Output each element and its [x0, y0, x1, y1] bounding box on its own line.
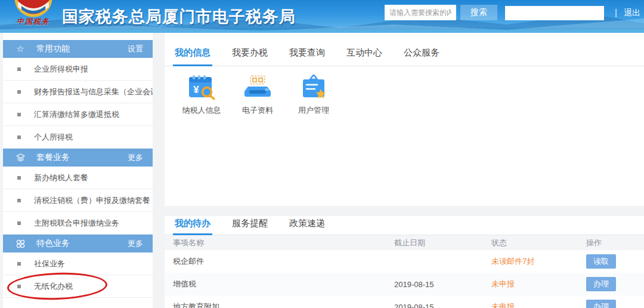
logout-link[interactable]: 退出 — [624, 8, 640, 19]
bullet-icon — [17, 199, 21, 202]
table-row: 地方教育附加 2019-08-15 未申报 办理 — [165, 295, 644, 308]
shortcut-user-management[interactable]: 用户管理 — [291, 75, 336, 116]
section-title: 常用功能 — [36, 44, 70, 54]
table-row: 税企邮件 未读邮件7封 读取 — [165, 250, 644, 273]
sidebar-section-common-functions: ☆ 常用功能 设置 — [3, 40, 153, 58]
more-link[interactable]: 更多 — [128, 152, 143, 163]
bullet-icon — [17, 113, 21, 116]
tab-public-service[interactable]: 公众服务 — [402, 47, 441, 66]
sidebar-item-financial-report[interactable]: 财务报告报送与信息采集（企业会计制度） — [3, 81, 153, 103]
sidebar-section-package-business: 套餐业务 更多 — [3, 149, 153, 167]
todo-item-deadline: 2019-08-15 — [394, 303, 491, 308]
bullet-icon — [17, 262, 21, 266]
shortcut-e-documents[interactable]: 电子资料 — [235, 75, 280, 116]
shortcut-label: 用户管理 — [298, 105, 329, 116]
taxpayer-info-icon: ¥ — [187, 75, 216, 100]
search-input[interactable] — [385, 5, 456, 20]
col-header-action: 操作 — [586, 238, 644, 248]
top-banner: 中国税务 国家税务总局厦门市电子税务局 搜索 | 退出 — [0, 0, 644, 33]
todo-item-name: 增值税 — [165, 279, 394, 289]
tab-policy-express[interactable]: 政策速递 — [287, 218, 327, 235]
bullet-icon — [17, 135, 21, 139]
tax-bureau-logo: 中国税务 — [8, 0, 58, 33]
sidebar-item-personal-income-tax[interactable]: 个人所得税 — [3, 126, 153, 149]
shortcut-row: ¥ 纳税人信息 电子资料 — [165, 66, 644, 116]
tab-my-info[interactable]: 我的信息 — [173, 47, 212, 66]
read-button[interactable]: 读取 — [586, 254, 616, 269]
my-info-panel: 我的信息 我要办税 我要查询 互动中心 公众服务 ¥ 纳税人信息 — [165, 40, 644, 206]
bullet-icon — [17, 176, 21, 180]
main-tabs: 我的信息 我要办税 我要查询 互动中心 公众服务 — [165, 40, 644, 66]
col-header-item-name: 事项名称 — [165, 238, 394, 248]
table-header-row: 事项名称 截止日期 状态 操作 — [165, 235, 644, 250]
sidebar-item-social-security[interactable]: 社保业务 — [3, 252, 153, 275]
tab-query[interactable]: 我要查询 — [287, 47, 327, 66]
sidebar-item-paperless-tax[interactable]: 无纸化办税 — [3, 275, 153, 298]
shortcut-taxpayer-info[interactable]: ¥ 纳税人信息 — [179, 75, 224, 116]
sidebar-item-tax-clearance-package[interactable]: 清税注销税（费）申报及缴纳套餐 — [3, 189, 153, 212]
tab-my-todo[interactable]: 我的待办 — [173, 218, 212, 235]
section-title: 套餐业务 — [36, 152, 70, 163]
sidebar-main-gutter — [153, 33, 165, 308]
sidebar-item-corporate-income-tax[interactable]: 企业所得税申报 — [3, 58, 153, 81]
site-title: 国家税务总局厦门市电子税务局 — [62, 6, 296, 27]
col-header-status: 状态 — [491, 238, 586, 248]
todo-panel: 我的待办 服务提醒 政策速递 事项名称 截止日期 状态 操作 税企邮件 未读邮件… — [165, 216, 644, 308]
shortcut-label: 纳税人信息 — [182, 105, 221, 116]
bullet-icon — [17, 285, 21, 288]
user-management-icon — [299, 75, 328, 100]
sidebar-item-partial — [3, 298, 153, 308]
tab-interaction-center[interactable]: 互动中心 — [345, 47, 384, 66]
logo-caption: 中国税务 — [12, 17, 55, 27]
settings-link[interactable]: 设置 — [128, 44, 143, 54]
header-divider: | — [615, 7, 617, 17]
page: 中国税务 国家税务总局厦门市电子税务局 搜索 | 退出 ☆ 常用功能 设置 企业… — [0, 0, 644, 308]
star-icon: ☆ — [15, 44, 26, 54]
more-link[interactable]: 更多 — [128, 238, 143, 249]
table-row: 增值税 2019-08-15 未申报 办理 — [165, 273, 644, 295]
tab-handle-tax[interactable]: 我要办税 — [230, 47, 270, 66]
username-display — [505, 6, 604, 20]
svg-text:¥: ¥ — [193, 84, 199, 96]
todo-item-deadline: 2019-08-15 — [394, 280, 491, 289]
sidebar: ☆ 常用功能 设置 企业所得税申报 财务报告报送与信息采集（企业会计制度） 汇算… — [3, 40, 153, 308]
bullet-icon — [17, 90, 21, 94]
sidebar-section-featured-business: 特色业务 更多 — [3, 235, 153, 252]
todo-item-name: 税企邮件 — [165, 256, 394, 267]
todo-item-status: 未申报 — [491, 279, 586, 289]
todo-item-status: 未读邮件7封 — [491, 256, 586, 267]
col-header-deadline: 截止日期 — [394, 238, 491, 248]
rings-icon — [15, 239, 26, 248]
todo-item-status: 未申报 — [491, 301, 586, 308]
search-button[interactable]: 搜索 — [460, 5, 497, 20]
sidebar-item-joint-declaration[interactable]: 主附税联合申报缴纳业务 — [3, 212, 153, 235]
bullet-icon — [17, 221, 21, 225]
handle-button[interactable]: 办理 — [586, 300, 616, 308]
todo-tabs: 我的待办 服务提醒 政策速递 — [165, 216, 644, 235]
sidebar-item-new-taxpayer-package[interactable]: 新办纳税人套餐 — [3, 167, 153, 189]
todo-item-name: 地方教育附加 — [165, 301, 394, 308]
sidebar-item-settlement-refund[interactable]: 汇算清缴结算多缴退抵税 — [3, 103, 153, 126]
bullet-icon — [17, 67, 21, 71]
section-title: 特色业务 — [36, 238, 70, 249]
layers-icon — [15, 153, 26, 162]
handle-button[interactable]: 办理 — [586, 277, 616, 291]
cards-gap — [165, 206, 644, 216]
e-documents-icon — [243, 75, 272, 100]
shortcut-label: 电子资料 — [242, 105, 273, 116]
tab-service-reminder[interactable]: 服务提醒 — [230, 218, 270, 235]
